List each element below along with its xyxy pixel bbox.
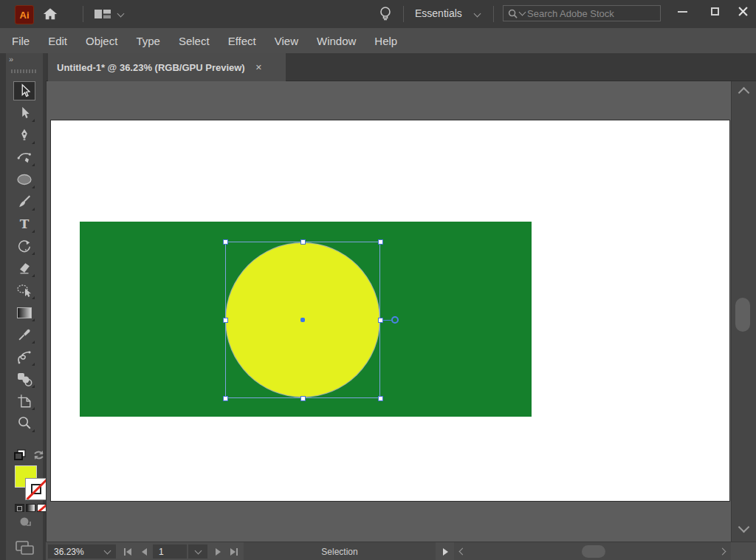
menu-effect[interactable]: Effect bbox=[228, 35, 256, 47]
illustrator-window: Ai Essentials bbox=[0, 0, 756, 560]
pen-tool[interactable] bbox=[13, 126, 35, 145]
selection-handle-w[interactable] bbox=[223, 318, 228, 323]
zoom-chevron-icon bbox=[104, 547, 111, 554]
artboard-chevron-icon bbox=[194, 547, 202, 554]
corner-widget-line bbox=[383, 320, 391, 321]
previous-artboard-button[interactable] bbox=[137, 544, 151, 559]
selection-center-point[interactable] bbox=[300, 318, 305, 322]
maximize-icon bbox=[711, 7, 719, 16]
menu-window[interactable]: Window bbox=[317, 35, 356, 47]
horizontal-scrollbar-thumb[interactable] bbox=[582, 545, 605, 558]
rotate-tool[interactable] bbox=[13, 236, 35, 256]
selection-handle-se[interactable] bbox=[378, 396, 383, 401]
close-icon bbox=[738, 7, 748, 16]
menu-object[interactable]: Object bbox=[86, 35, 117, 47]
artboard-number-field[interactable]: 1 bbox=[153, 544, 187, 559]
status-menu-button[interactable] bbox=[438, 544, 453, 559]
canvas-area[interactable] bbox=[46, 81, 731, 542]
zoom-tool[interactable] bbox=[13, 414, 35, 433]
titlebar-separator bbox=[493, 6, 494, 22]
scroll-down-icon[interactable] bbox=[738, 522, 750, 533]
gradient-tool[interactable] bbox=[13, 303, 35, 322]
last-artboard-button[interactable] bbox=[227, 544, 241, 559]
zoom-level-dropdown[interactable]: 36.23% bbox=[48, 544, 116, 559]
vertical-scrollbar-thumb[interactable] bbox=[735, 298, 750, 332]
menu-file[interactable]: File bbox=[12, 35, 30, 47]
curvature-tool[interactable] bbox=[13, 148, 35, 167]
scroll-right-icon[interactable] bbox=[719, 548, 726, 556]
home-icon[interactable] bbox=[42, 6, 58, 25]
screen-mode-button[interactable] bbox=[16, 541, 35, 559]
color-mode-button[interactable] bbox=[15, 504, 24, 512]
window-minimize-button[interactable] bbox=[666, 0, 698, 23]
window-close-button[interactable] bbox=[726, 0, 756, 23]
document-tab-close-icon[interactable]: ✕ bbox=[255, 63, 262, 72]
type-tool[interactable]: T bbox=[13, 214, 35, 233]
document-tab[interactable]: Untitled-1* @ 36.23% (RGB/GPU Preview) ✕ bbox=[48, 53, 286, 81]
swap-fill-stroke-icon[interactable] bbox=[32, 449, 45, 464]
eyedropper-tool[interactable] bbox=[13, 325, 35, 344]
arrange-documents-chevron-icon[interactable] bbox=[117, 10, 125, 18]
adobe-stock-search-input[interactable]: Search Adobe Stock bbox=[503, 5, 661, 21]
selection-handle-sw[interactable] bbox=[223, 396, 228, 401]
menu-bar: File Edit Object Type Select Effect View… bbox=[0, 28, 756, 53]
arrange-documents-icon[interactable] bbox=[94, 9, 112, 23]
menu-help[interactable]: Help bbox=[374, 35, 397, 47]
selection-handle-ne[interactable] bbox=[378, 239, 383, 245]
artboard-dropdown-button[interactable] bbox=[188, 544, 207, 559]
menu-view[interactable]: View bbox=[275, 35, 298, 47]
shape-builder-tool[interactable] bbox=[13, 281, 35, 300]
panel-grip-handle[interactable] bbox=[11, 69, 38, 73]
title-bar: Ai Essentials bbox=[0, 0, 756, 28]
puppet-warp-tool[interactable] bbox=[13, 347, 35, 366]
color-mode-icon bbox=[17, 506, 22, 511]
app-logo-icon: Ai bbox=[15, 5, 34, 24]
first-artboard-button[interactable] bbox=[120, 544, 135, 559]
blend-tool[interactable] bbox=[13, 369, 35, 389]
selection-handle-n[interactable] bbox=[300, 239, 306, 245]
workspace-label: Essentials bbox=[415, 7, 462, 19]
artboard-tool[interactable] bbox=[13, 392, 35, 411]
workspace-switcher[interactable]: Essentials bbox=[415, 7, 462, 19]
selection-tool[interactable] bbox=[13, 81, 35, 100]
tools-panel: » bbox=[6, 53, 43, 560]
direct-selection-tool[interactable] bbox=[13, 103, 35, 123]
gradient-mode-button[interactable] bbox=[26, 504, 35, 512]
next-triangle-icon bbox=[216, 548, 221, 556]
last-triangle-icon bbox=[230, 548, 236, 556]
draw-mode-button[interactable] bbox=[18, 516, 32, 532]
selection-handle-nw[interactable] bbox=[223, 239, 228, 245]
stroke-color-swatch[interactable] bbox=[25, 478, 47, 500]
status-display[interactable]: Selection bbox=[244, 542, 436, 560]
scroll-up-icon[interactable] bbox=[738, 87, 750, 99]
ellipse-tool[interactable] bbox=[13, 170, 35, 189]
app-logo-text: Ai bbox=[20, 10, 30, 21]
workspace-chevron-icon[interactable] bbox=[474, 10, 481, 18]
titlebar-separator bbox=[403, 6, 404, 22]
paintbrush-tool[interactable] bbox=[13, 192, 35, 211]
zoom-level-value: 36.23% bbox=[48, 547, 84, 557]
search-placeholder: Search Adobe Stock bbox=[527, 8, 614, 19]
status-menu-icon bbox=[443, 548, 448, 556]
tools-dock: » bbox=[0, 53, 46, 560]
scroll-left-icon[interactable] bbox=[459, 548, 467, 556]
menu-type[interactable]: Type bbox=[136, 35, 160, 47]
panel-expand-icon[interactable]: » bbox=[9, 55, 13, 64]
search-scope-chevron-icon[interactable] bbox=[519, 9, 526, 16]
menu-select[interactable]: Select bbox=[179, 35, 210, 47]
default-fill-stroke-icon[interactable] bbox=[14, 449, 27, 464]
artboard[interactable] bbox=[50, 120, 730, 502]
selection-handle-e[interactable] bbox=[378, 318, 383, 323]
gradient-tool-swatch bbox=[17, 307, 32, 318]
minimize-icon bbox=[678, 11, 687, 13]
next-artboard-button[interactable] bbox=[210, 544, 225, 559]
eraser-tool[interactable] bbox=[13, 259, 35, 278]
menu-edit[interactable]: Edit bbox=[48, 35, 67, 47]
document-tab-bar: Untitled-1* @ 36.23% (RGB/GPU Preview) ✕ bbox=[46, 53, 756, 81]
vertical-scrollbar[interactable] bbox=[731, 81, 756, 542]
selection-handle-s[interactable] bbox=[300, 396, 306, 401]
corner-widget-handle[interactable] bbox=[391, 316, 399, 324]
artboard-number-value: 1 bbox=[153, 547, 164, 557]
horizontal-scrollbar[interactable] bbox=[454, 542, 731, 560]
discover-lightbulb-icon[interactable] bbox=[378, 5, 393, 26]
